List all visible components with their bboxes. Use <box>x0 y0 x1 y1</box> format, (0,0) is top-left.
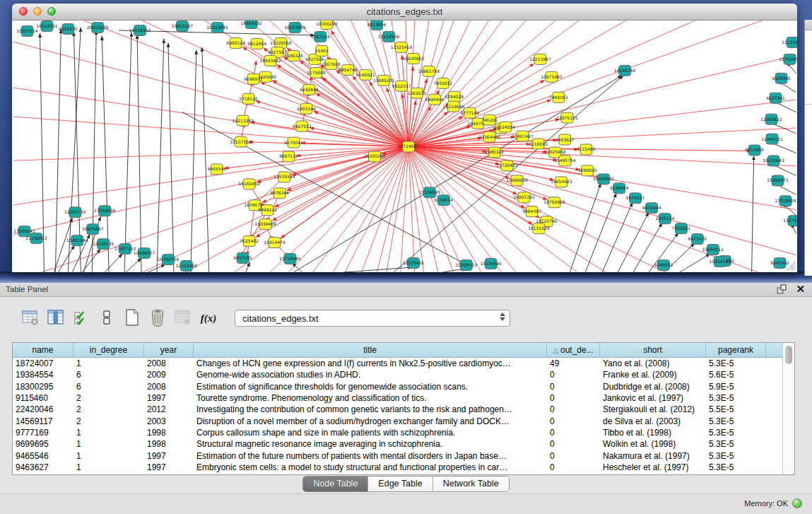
citation-edge[interactable] <box>408 112 448 147</box>
table-cell[interactable]: 1 <box>73 450 144 461</box>
graph-node[interactable]: 10557214 <box>16 25 38 36</box>
graph-node[interactable]: 6794028 <box>445 91 464 102</box>
graph-node[interactable]: 13535594 <box>273 172 295 182</box>
citation-edge[interactable] <box>202 47 209 272</box>
table-cell[interactable]: 5.3E-5 <box>706 462 766 473</box>
table-cell[interactable]: Embryonic stem cells: a model to study s… <box>194 462 547 473</box>
graph-node[interactable]: 10975887 <box>82 224 104 235</box>
graph-node[interactable]: 7955812 <box>434 78 453 88</box>
table-row[interactable]: 969969511998Structural magnetic resonanc… <box>13 438 782 450</box>
table-cell[interactable]: 2012 <box>144 404 194 415</box>
tab-network-table[interactable]: Network Table <box>433 477 509 491</box>
tab-edge-table[interactable]: Edge Table <box>368 477 433 491</box>
table-cell[interactable]: 0 <box>547 415 600 426</box>
table-cell[interactable]: 5.3E-5 <box>706 427 766 438</box>
graph-node[interactable]: 9474444 <box>642 203 661 214</box>
network-window-titlebar[interactable]: citations_edges.txt <box>12 4 797 21</box>
table-cell[interactable]: Estimation of significance thresholds fo… <box>194 381 547 392</box>
table-cell[interactable]: 9115460 <box>13 392 73 404</box>
graph-node[interactable]: 16914479 <box>264 238 286 248</box>
graph-node[interactable]: 9227341 <box>766 93 785 103</box>
graph-node[interactable]: 12093822 <box>760 114 782 124</box>
graph-node[interactable]: 12323466 <box>403 258 425 269</box>
table-cell[interactable]: 0 <box>547 369 600 380</box>
graph-node[interactable]: 8878344 <box>270 188 289 199</box>
graph-node[interactable]: 16033809 <box>284 22 306 33</box>
table-cell[interactable]: 2 <box>73 415 144 426</box>
table-cell[interactable]: 0 <box>547 450 600 461</box>
table-cell[interactable]: 1997 <box>144 462 194 473</box>
tab-node-table[interactable]: Node Table <box>303 477 368 491</box>
table-cell[interactable]: Dudbridge et al. (2008) <box>600 381 706 392</box>
table-cell[interactable]: 5.3E-5 <box>706 358 766 369</box>
network-window[interactable]: citations_edges.txt 89601248912954152260… <box>12 4 797 272</box>
graph-node[interactable]: 10653287 <box>172 21 194 31</box>
table-cell[interactable]: 49 <box>547 358 600 369</box>
table-cell[interactable]: 0 <box>547 381 600 392</box>
delete-button[interactable] <box>147 308 168 329</box>
table-cell[interactable]: 5.6E-5 <box>706 369 766 380</box>
table-cell[interactable]: Structural magnetic resonance image aver… <box>194 438 547 450</box>
table-row[interactable]: 911546021997Tourette syndrome. Phenomeno… <box>13 392 782 404</box>
citation-edge[interactable] <box>124 33 131 272</box>
graph-node[interactable]: 16018351 <box>36 21 58 31</box>
table-cell[interactable]: 0 <box>547 438 600 450</box>
citation-edge[interactable] <box>585 193 616 272</box>
citation-edge[interactable] <box>102 36 109 272</box>
citation-edge[interactable] <box>680 254 710 272</box>
table-cell[interactable]: Franke et al. (2009) <box>600 369 706 380</box>
table-cell[interactable]: 2 <box>73 404 144 415</box>
table-cell[interactable]: 1 <box>73 462 144 473</box>
table-cell[interactable]: 22420046 <box>13 404 73 415</box>
table-cell[interactable]: 1997 <box>144 450 194 461</box>
column-header-year[interactable]: year <box>144 343 194 357</box>
graph-node[interactable]: 9699695 <box>578 165 597 176</box>
citation-edge[interactable] <box>92 30 96 272</box>
table-row[interactable]: 1830029562008Estimation of significance … <box>13 381 782 392</box>
graph-node[interactable]: 746266 <box>481 115 498 125</box>
table-cell[interactable]: 1 <box>73 427 144 438</box>
table-cell[interactable]: Yano et al. (2008) <box>600 358 706 369</box>
table-cell[interactable]: de Silva et al. (2003) <box>600 415 706 426</box>
table-cell[interactable]: Corpus callosum shape and size in male p… <box>194 427 547 438</box>
table-cell[interactable]: Stergiakouli et al. (2012) <box>600 404 706 415</box>
table-cell[interactable]: 1 <box>73 438 144 450</box>
graph-node[interactable]: 19654923 <box>551 177 572 187</box>
graph-node[interactable]: 2935114 <box>656 214 675 224</box>
graph-node[interactable]: 9170041 <box>284 137 303 148</box>
citation-edge[interactable] <box>287 146 408 190</box>
table-selector-dropdown[interactable]: citations_edges.txt <box>235 310 510 327</box>
clear-selection-button[interactable] <box>96 308 117 329</box>
graph-node[interactable]: 9242844 <box>300 84 319 95</box>
select-all-button[interactable] <box>71 308 92 329</box>
memory-status-indicator[interactable] <box>792 498 802 508</box>
table-cell[interactable]: 5.5E-5 <box>706 404 766 415</box>
graph-node[interactable]: 15018352 <box>129 25 151 35</box>
table-cell[interactable]: 2003 <box>144 415 194 426</box>
table-cell[interactable]: Changes of HCN gene expression and I(f) … <box>194 358 547 369</box>
table-row[interactable]: 1938455462009Genome-wide association stu… <box>13 369 782 380</box>
graph-node[interactable]: 8215958 <box>745 145 764 156</box>
table-cell[interactable]: 5.3E-5 <box>706 438 766 450</box>
citation-graph[interactable]: 8960124891295415226058932750316543982818… <box>12 21 797 272</box>
table-columns-button[interactable] <box>45 308 66 329</box>
citation-edge[interactable] <box>82 249 100 272</box>
table-cell[interactable]: 2008 <box>144 381 194 392</box>
table-cell[interactable]: 9465546 <box>13 450 73 461</box>
table-cell[interactable]: 18724007 <box>13 358 73 369</box>
table-cell[interactable]: Wolkin et al. (1998) <box>600 438 706 450</box>
graph-node[interactable]: 18924332 <box>240 21 262 28</box>
table-cell[interactable]: 5.3E-5 <box>706 450 766 461</box>
citation-edge[interactable] <box>281 146 408 238</box>
graph-node[interactable]: 8990448 <box>425 94 445 105</box>
graph-node[interactable]: 8813054 <box>367 21 387 30</box>
graph-node[interactable]: 8912954 <box>247 38 266 49</box>
background-window-sliver[interactable] <box>804 20 812 276</box>
graph-node[interactable]: 9463627 <box>555 134 575 145</box>
graph-node[interactable]: 6479197 <box>626 193 645 204</box>
graph-node[interactable]: 20653289 <box>87 22 109 33</box>
graph-node[interactable]: 9457791 <box>233 253 252 264</box>
table-cell[interactable]: 0 <box>547 462 600 473</box>
new-document-button[interactable] <box>122 308 143 329</box>
table-cell[interactable]: Genome-wide association studies in ADHD. <box>194 369 547 380</box>
